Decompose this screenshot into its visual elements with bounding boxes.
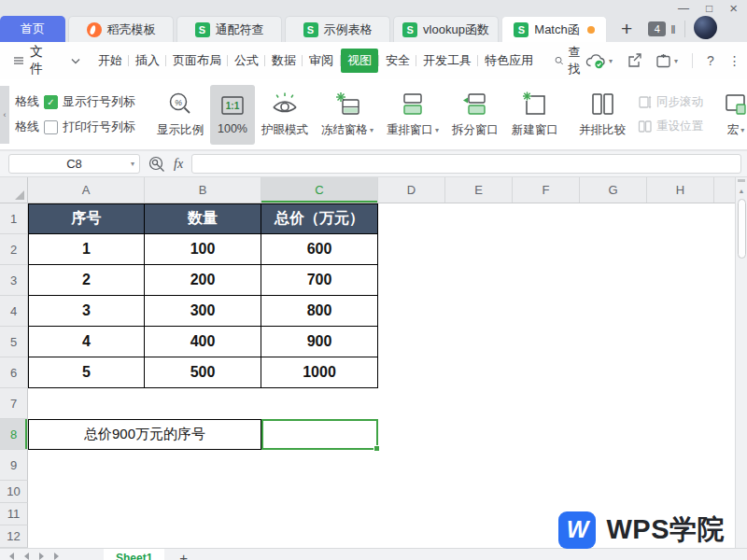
cells-area[interactable]: 序号 数量 总价（万元） 1 100 600 2 200 700 3 300 8… <box>28 203 735 548</box>
eye-protection-button[interactable]: 护眼模式 <box>255 85 315 145</box>
maximize-icon[interactable]: □ <box>706 2 712 15</box>
fx-icon[interactable]: fx <box>174 157 183 172</box>
cell-c5[interactable]: 900 <box>261 327 378 357</box>
cell-c8-selected[interactable] <box>261 419 378 450</box>
cell-c3[interactable]: 700 <box>261 265 378 296</box>
cell-a2[interactable]: 1 <box>28 234 145 265</box>
row-header-6[interactable]: 6 <box>0 357 28 388</box>
scroll-up-icon[interactable]: ▲ <box>736 188 747 194</box>
menu-item-insert[interactable]: 插入 <box>129 49 166 73</box>
row-header-8-selected[interactable]: 8 <box>0 419 28 450</box>
menu-item-page-layout[interactable]: 页面布局 <box>166 49 228 73</box>
empty-row-9[interactable] <box>28 450 735 481</box>
new-window-button[interactable]: 新建窗口 <box>505 85 565 145</box>
freeze-panes-button[interactable]: 冻结窗格 ▾ <box>315 85 380 145</box>
prev-sheet-icon[interactable] <box>24 553 29 560</box>
menu-item-security[interactable]: 安全 <box>379 49 416 73</box>
add-sheet-button[interactable]: + <box>179 550 188 560</box>
scrollbar-split-handle[interactable] <box>738 179 745 182</box>
column-header-g[interactable]: G <box>580 177 647 203</box>
help-icon[interactable]: ? <box>707 53 714 68</box>
column-header-h[interactable]: H <box>647 177 714 203</box>
row-header-1[interactable]: 1 <box>0 203 28 234</box>
cell-a6[interactable]: 5 <box>28 357 145 388</box>
column-header-c-selected[interactable]: C <box>261 177 378 203</box>
cloud-sync-button[interactable]: ▾ <box>585 53 613 69</box>
share-button[interactable] <box>627 53 642 68</box>
fill-handle[interactable] <box>374 445 380 452</box>
tab-example-sheet-doc[interactable]: S 示例表格 <box>285 16 390 42</box>
cell-b2[interactable]: 100 <box>145 234 261 265</box>
cell-c1[interactable]: 总价（万元） <box>261 203 378 234</box>
cell-b1[interactable]: 数量 <box>145 203 261 234</box>
new-pane-button[interactable]: ▾ <box>656 54 678 68</box>
close-icon[interactable]: × <box>729 2 738 15</box>
tab-wildcard-doc[interactable]: S 通配符查 <box>176 16 282 42</box>
cell-a5[interactable]: 4 <box>28 327 145 357</box>
tab-count-badge[interactable]: 4 <box>648 21 666 36</box>
menu-item-formulas[interactable]: 公式 <box>228 49 265 73</box>
zoom-100-button[interactable]: 1:1 100% <box>210 85 255 145</box>
column-header-a[interactable]: A <box>28 177 145 203</box>
cell-a4[interactable]: 3 <box>28 296 145 327</box>
split-window-button[interactable]: 拆分窗口 <box>445 85 505 145</box>
cell-b4[interactable]: 300 <box>145 296 261 327</box>
minimize-icon[interactable]: — <box>678 2 689 15</box>
next-sheet-icon[interactable] <box>39 553 44 560</box>
macro-button[interactable]: 宏 ▾ <box>716 85 747 145</box>
user-avatar[interactable] <box>694 16 717 39</box>
collapse-panel-icon[interactable]: ‹ <box>0 86 9 144</box>
row-header-10[interactable]: 10 <box>0 481 28 503</box>
menu-item-review[interactable]: 审阅 <box>303 49 340 73</box>
column-header-d[interactable]: D <box>378 177 445 203</box>
cell-b6[interactable]: 500 <box>145 357 261 388</box>
cell-a3[interactable]: 2 <box>28 265 145 296</box>
chevron-down-icon[interactable]: ▾ <box>131 160 134 168</box>
row-header-2[interactable]: 2 <box>0 234 28 265</box>
column-header-b[interactable]: B <box>145 177 261 203</box>
cell-b5[interactable]: 400 <box>145 327 261 357</box>
vertical-scrollbar[interactable]: ▲ <box>735 177 747 548</box>
menu-item-special-features[interactable]: 特色应用 <box>478 49 540 73</box>
cell-c2[interactable]: 600 <box>261 234 378 265</box>
first-sheet-icon[interactable] <box>9 553 14 560</box>
row-header-11[interactable]: 11 <box>0 503 28 525</box>
column-header-f[interactable]: F <box>513 177 580 203</box>
tab-vlookup-doc[interactable]: S vlookup函数 <box>393 16 499 42</box>
empty-row-7[interactable] <box>28 388 735 419</box>
file-menu-button[interactable]: 文件 <box>0 44 60 77</box>
cell-c6[interactable]: 1000 <box>261 357 378 388</box>
empty-row-10[interactable] <box>28 481 735 503</box>
cell-a1[interactable]: 序号 <box>28 203 145 234</box>
column-header-e[interactable]: E <box>445 177 513 203</box>
row-header-9[interactable]: 9 <box>0 450 28 481</box>
print-headings-checkbox[interactable] <box>44 120 58 134</box>
sheet-tab-sheet1[interactable]: Sheet1 <box>104 549 164 560</box>
row-header-4[interactable]: 4 <box>0 296 28 327</box>
menu-item-view-active[interactable]: 视图 <box>341 49 378 73</box>
last-sheet-icon[interactable] <box>54 553 59 560</box>
find-button[interactable]: 查找 <box>555 44 585 77</box>
cell-c4[interactable]: 800 <box>261 296 378 327</box>
new-tab-button[interactable]: + <box>621 21 632 37</box>
rearrange-windows-button[interactable]: 重排窗口 ▾ <box>380 85 445 145</box>
cell-b3[interactable]: 200 <box>145 265 261 296</box>
menu-item-dev-tools[interactable]: 开发工具 <box>416 49 478 73</box>
tab-docer-templates[interactable]: 稻壳模板 <box>68 16 174 42</box>
row-header-7[interactable]: 7 <box>0 388 28 419</box>
magnifier-circle-icon[interactable] <box>148 156 165 173</box>
formula-input[interactable] <box>191 154 741 174</box>
tab-home[interactable]: 首页 <box>0 16 65 42</box>
side-by-side-button[interactable]: 并排比较 <box>572 85 632 145</box>
row-header-5[interactable]: 5 <box>0 327 28 357</box>
show-headings-checkbox[interactable]: ✓ <box>44 95 58 109</box>
menu-item-home[interactable]: 开始 <box>92 49 129 73</box>
zoom-scale-button[interactable]: % 显示比例 <box>150 85 210 145</box>
menu-item-data[interactable]: 数据 <box>265 49 303 73</box>
quick-toolbar-chevron-down-icon[interactable] <box>71 58 80 64</box>
name-box[interactable]: C8 ▾ <box>8 154 140 174</box>
more-options-icon[interactable]: ⋮ <box>728 53 741 68</box>
row-header-12[interactable]: 12 <box>0 525 28 548</box>
scrollbar-thumb[interactable] <box>738 199 746 259</box>
row-header-3[interactable]: 3 <box>0 265 28 296</box>
